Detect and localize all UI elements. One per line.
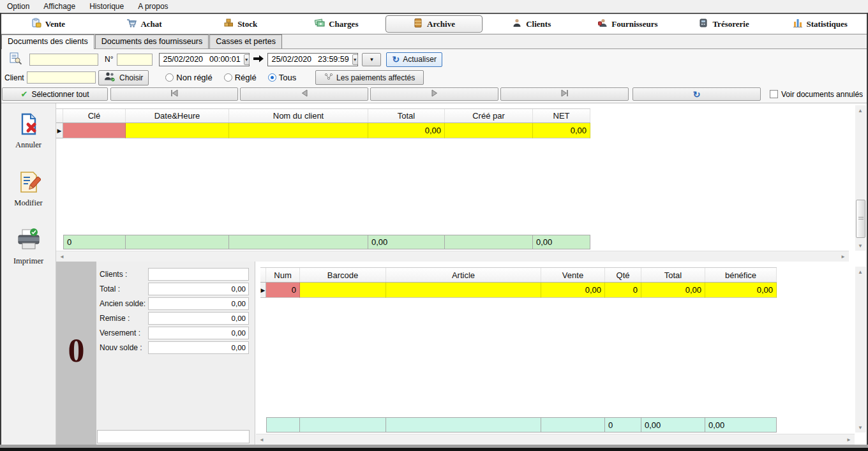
refresh-icon: ↻ xyxy=(392,55,400,64)
tab-charges[interactable]: Charges xyxy=(288,14,385,34)
subtab-documents-fournisseurs[interactable]: Documents des fournisseurs xyxy=(95,34,209,48)
cell-total[interactable]: 0,00 xyxy=(641,283,705,298)
tab-achat[interactable]: Achat xyxy=(96,14,193,34)
radio-regle-label: Réglé xyxy=(235,73,257,82)
col-total[interactable]: Total xyxy=(368,109,445,122)
item-row[interactable]: ▶ 0 0,00 0 0,00 0,00 xyxy=(260,283,777,298)
client-input[interactable] xyxy=(27,71,96,84)
documents-vertical-scrollbar[interactable]: ▲ ▼ xyxy=(855,105,866,251)
note-field[interactable] xyxy=(97,430,250,443)
scroll-left-icon[interactable]: ◄ xyxy=(257,435,266,444)
documents-horizontal-scrollbar[interactable]: ◄ ► xyxy=(56,251,849,262)
col-cree-par[interactable]: Créé par xyxy=(445,109,533,122)
previous-page-button[interactable] xyxy=(240,87,368,101)
col-cle[interactable]: Clé xyxy=(63,109,126,122)
document-row[interactable]: ▶ 0,00 0,00 xyxy=(56,123,590,138)
search-doc-icon[interactable] xyxy=(9,52,23,67)
ancien-solde-value[interactable]: 0,00 xyxy=(148,297,249,310)
actualiser-button[interactable]: ↻ Actualiser xyxy=(386,52,442,67)
date-to-field[interactable]: 25/02/2020 23:59:59 ▼ xyxy=(267,53,358,66)
col-nom-client[interactable]: Nom du client xyxy=(229,109,368,122)
menu-option[interactable]: Option xyxy=(0,1,36,12)
tab-vente[interactable]: Vente xyxy=(0,14,96,34)
scroll-right-icon[interactable]: ► xyxy=(844,435,853,444)
scroll-up-icon[interactable]: ▲ xyxy=(856,106,865,115)
col-vente[interactable]: Vente xyxy=(541,268,605,282)
remise-value[interactable]: 0,00 xyxy=(148,312,249,325)
cell-benefice[interactable]: 0,00 xyxy=(705,283,777,298)
date-to-dropdown-icon[interactable]: ▼ xyxy=(352,54,358,65)
total-value[interactable]: 0,00 xyxy=(148,283,249,295)
scroll-down-icon[interactable]: ▼ xyxy=(856,241,865,250)
col-date-heure[interactable]: Date&Heure xyxy=(126,109,229,122)
tab-label: Fournisseurs xyxy=(611,19,657,29)
col-net[interactable]: NET xyxy=(533,109,590,122)
menu-affichage[interactable]: Affichage xyxy=(36,1,82,12)
annuler-button[interactable]: Annuler xyxy=(1,106,56,150)
cell-cree-par[interactable] xyxy=(445,123,533,138)
numero-input[interactable] xyxy=(117,54,153,66)
tab-fournisseurs[interactable]: Fournisseurs xyxy=(580,14,676,34)
col-total[interactable]: Total xyxy=(641,268,705,282)
cell-num[interactable]: 0 xyxy=(266,283,300,298)
date-from-dropdown-icon[interactable]: ▼ xyxy=(244,54,250,65)
cell-article[interactable] xyxy=(386,283,541,298)
col-num[interactable]: Num xyxy=(266,268,300,282)
col-article[interactable]: Article xyxy=(386,268,541,282)
refresh-list-button[interactable]: ↻ xyxy=(632,87,761,101)
cell-cle[interactable] xyxy=(63,123,126,138)
nouv-solde-label: Nouv solde : xyxy=(96,343,147,352)
radio-regle[interactable]: Réglé xyxy=(224,73,257,82)
col-qte[interactable]: Qté xyxy=(605,268,641,282)
scrollbar-thumb[interactable] xyxy=(856,200,865,238)
choisir-button[interactable]: Choisir xyxy=(98,70,149,85)
tab-tresorerie[interactable]: Trésorerie xyxy=(676,14,772,34)
archive-icon xyxy=(413,18,423,31)
select-all-label: Sélectionner tout xyxy=(31,90,89,99)
last-page-button[interactable] xyxy=(500,87,629,101)
check-icon: ✔ xyxy=(21,89,28,99)
tab-statistiques[interactable]: Statistiques xyxy=(772,14,868,34)
radio-tous[interactable]: Tous xyxy=(268,73,296,82)
search-input[interactable] xyxy=(29,54,98,66)
scroll-down-icon[interactable]: ▼ xyxy=(856,423,865,432)
chevron-down-icon: ▼ xyxy=(370,57,375,63)
cell-barcode[interactable] xyxy=(300,283,386,298)
cell-net[interactable]: 0,00 xyxy=(533,123,590,138)
tab-label: Clients xyxy=(526,19,551,29)
subtab-documents-clients[interactable]: Documents des clients xyxy=(1,34,94,49)
cell-nom-client[interactable] xyxy=(229,123,368,138)
voir-annules-checkbox[interactable]: Voir documents annulés xyxy=(770,90,863,99)
cell-date-heure[interactable] xyxy=(126,123,229,138)
nouv-solde-value[interactable]: 0,00 xyxy=(148,341,249,354)
cell-vente[interactable]: 0,00 xyxy=(541,283,605,298)
numero-label: N° xyxy=(105,55,113,64)
period-dropdown-button[interactable]: ▼ xyxy=(362,53,381,66)
cell-total[interactable]: 0,00 xyxy=(368,123,445,138)
subtab-casses-pertes[interactable]: Casses et pertes xyxy=(209,34,282,48)
items-horizontal-scrollbar[interactable]: ◄ ► xyxy=(256,434,855,445)
modifier-button[interactable]: Modifier xyxy=(1,164,56,208)
scroll-up-icon[interactable]: ▲ xyxy=(856,267,865,276)
paiements-affectes-button[interactable]: Les paiements affectés xyxy=(315,70,424,85)
menu-historique[interactable]: Historique xyxy=(82,1,131,12)
col-benefice[interactable]: bénéfice xyxy=(705,268,777,282)
main-tab-bar: Vente Achat Stock Charges Archive Client… xyxy=(0,13,868,34)
radio-non-regle[interactable]: Non réglé xyxy=(165,73,212,82)
tab-clients[interactable]: Clients xyxy=(483,14,580,34)
scroll-left-icon[interactable]: ◄ xyxy=(57,252,66,261)
tab-archive[interactable]: Archive xyxy=(385,15,483,33)
date-from-field[interactable]: 25/02/2020 00:00:01 ▼ xyxy=(159,53,250,66)
scroll-right-icon[interactable]: ► xyxy=(839,252,848,261)
select-all-button[interactable]: ✔ Sélectionner tout xyxy=(2,87,108,101)
first-page-button[interactable] xyxy=(110,87,238,101)
items-vertical-scrollbar[interactable]: ▲ ▼ xyxy=(855,267,866,433)
next-page-button[interactable] xyxy=(370,87,498,101)
col-barcode[interactable]: Barcode xyxy=(300,268,386,282)
imprimer-button[interactable]: Imprimer xyxy=(1,221,56,266)
tab-stock[interactable]: Stock xyxy=(192,14,288,34)
versement-value[interactable]: 0,00 xyxy=(148,327,249,339)
clients-value[interactable] xyxy=(148,268,249,281)
menu-a-propos[interactable]: A propos xyxy=(131,1,175,12)
cell-qte[interactable]: 0 xyxy=(605,283,641,298)
